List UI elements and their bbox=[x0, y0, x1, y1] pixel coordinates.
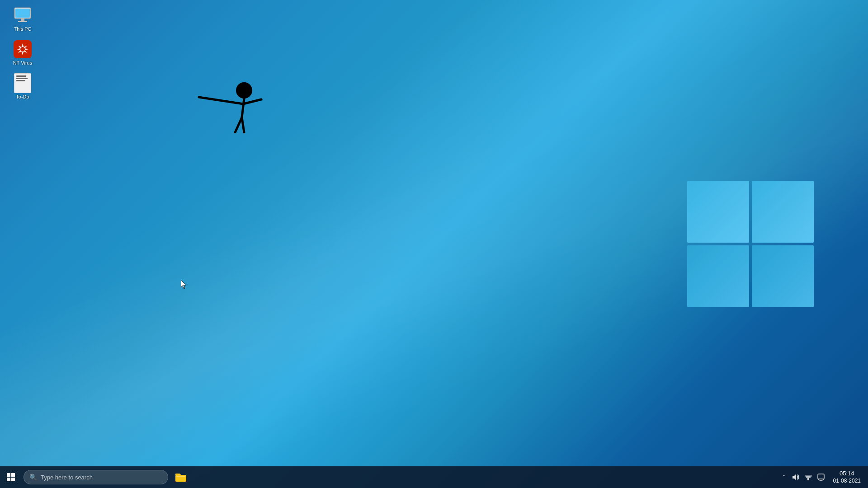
svg-point-5 bbox=[20, 47, 25, 52]
start-icon-pane-4 bbox=[11, 478, 15, 481]
svg-rect-2 bbox=[21, 19, 24, 21]
clock-date: 01-08-2021 bbox=[833, 478, 861, 485]
this-pc-label: This PC bbox=[14, 26, 31, 32]
action-center-button[interactable] bbox=[815, 466, 827, 488]
network-icon-button[interactable] bbox=[802, 466, 814, 488]
svg-rect-3 bbox=[18, 21, 27, 22]
windows-logo-pane-3 bbox=[687, 245, 749, 307]
desktop-icons-area: This PC NT Virus bbox=[5, 5, 41, 102]
file-explorer-button[interactable] bbox=[170, 466, 192, 488]
action-center-icon bbox=[817, 474, 825, 481]
desktop: This PC NT Virus bbox=[0, 0, 868, 488]
todo-line-3 bbox=[16, 80, 25, 81]
start-icon-pane-3 bbox=[7, 478, 10, 481]
svg-line-8 bbox=[199, 97, 243, 104]
this-pc-icon[interactable]: This PC bbox=[5, 5, 41, 34]
start-button[interactable] bbox=[0, 466, 22, 488]
start-icon-pane-1 bbox=[7, 473, 10, 477]
svg-rect-18 bbox=[805, 475, 812, 477]
chevron-up-icon: ⌃ bbox=[782, 474, 786, 480]
nt-virus-bg bbox=[14, 40, 32, 58]
clock-time: 05:14 bbox=[840, 470, 854, 478]
search-bar[interactable]: 🔍 Type here to search bbox=[24, 470, 168, 484]
search-placeholder-text: Type here to search bbox=[41, 474, 93, 481]
todo-document bbox=[14, 73, 31, 93]
to-do-icon-image bbox=[14, 74, 32, 92]
svg-rect-1 bbox=[15, 9, 30, 18]
this-pc-icon-image bbox=[14, 6, 32, 24]
windows-logo-pane-4 bbox=[752, 245, 814, 307]
nt-virus-icon-image bbox=[14, 40, 32, 58]
svg-line-10 bbox=[235, 117, 242, 132]
show-hidden-icons-button[interactable]: ⌃ bbox=[779, 466, 789, 488]
taskbar: 🔍 Type here to search ⌃ bbox=[0, 466, 868, 488]
svg-rect-19 bbox=[818, 474, 824, 479]
start-icon bbox=[7, 473, 15, 481]
start-icon-pane-2 bbox=[11, 473, 15, 477]
svg-rect-14 bbox=[176, 476, 185, 477]
volume-icon-button[interactable] bbox=[790, 466, 802, 488]
to-do-icon[interactable]: To-Do bbox=[5, 72, 41, 102]
system-tray: ⌃ bbox=[779, 466, 868, 488]
svg-marker-12 bbox=[181, 280, 186, 289]
to-do-label: To-Do bbox=[16, 94, 29, 100]
mouse-cursor bbox=[181, 280, 186, 289]
stick-figure bbox=[194, 75, 267, 135]
windows-logo-pane-2 bbox=[752, 181, 814, 243]
search-icon: 🔍 bbox=[29, 474, 37, 481]
svg-line-7 bbox=[242, 99, 244, 117]
svg-point-6 bbox=[236, 82, 252, 99]
nt-virus-label: NT Virus bbox=[13, 60, 32, 66]
clock-area[interactable]: 05:14 01-08-2021 bbox=[828, 466, 866, 488]
todo-line-1 bbox=[16, 75, 26, 77]
svg-line-9 bbox=[243, 99, 261, 104]
network-icon bbox=[805, 474, 812, 481]
todo-line-2 bbox=[16, 78, 28, 79]
svg-line-11 bbox=[242, 117, 244, 132]
taskbar-apps bbox=[170, 466, 192, 488]
windows-logo bbox=[687, 181, 814, 307]
volume-icon bbox=[792, 474, 799, 481]
file-explorer-icon bbox=[175, 472, 187, 482]
windows-logo-pane-1 bbox=[687, 181, 749, 243]
nt-virus-icon[interactable]: NT Virus bbox=[5, 38, 41, 68]
svg-marker-15 bbox=[793, 474, 796, 480]
